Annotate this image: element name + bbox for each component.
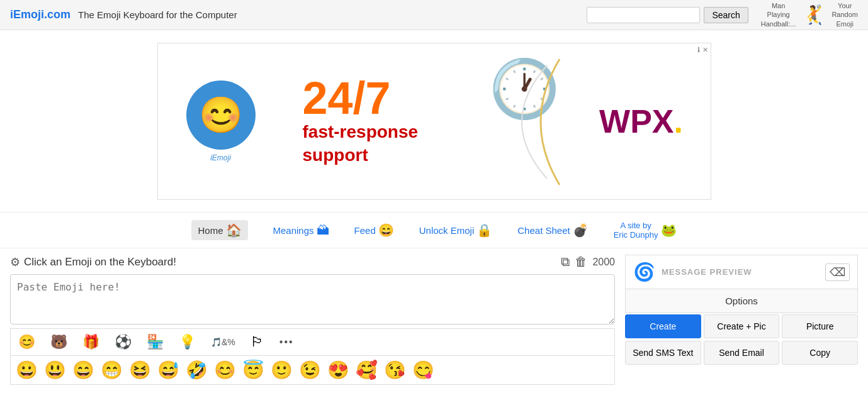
emoji-grid: 😀 😃 😄 😁 😆 😅 🤣 😊 😇 🙂 😉 😍 🥰 😘 😋 [10,355,615,385]
emoji-tab-more[interactable]: ••• [278,335,295,349]
emoji-tab-flags[interactable]: 🏳 [249,333,266,351]
emoji-heart-eyes[interactable]: 😍 [325,358,352,382]
emoji-blush[interactable]: 😊 [211,358,239,382]
nav-siteby-label: A site by Eric Dunphy [614,221,658,240]
emoji-tab-symbols[interactable]: 🎵&% [210,336,237,348]
nav-cheatsheet[interactable]: Cheat Sheet 💣 [517,223,588,238]
send-row: Send SMS Text Send Email Copy [625,341,858,365]
create-pic-button[interactable]: Create + Pic [704,314,780,338]
nav-feed-emoji: 😄 [378,223,394,238]
nav-cheatsheet-label: Cheat Sheet [517,225,570,236]
ad-logo: 😊 iEmoji [158,68,284,175]
copy-button[interactable]: Copy [782,341,858,365]
ad-banner: 😊 iEmoji 24/7 fast-response support 🕐 WP… [0,30,868,213]
emoji-smiling-hearts[interactable]: 🥰 [353,358,380,382]
keyboard-toolbar: ⚙ Click an Emoji on the Keyboard! ⧉ 🗑 20… [10,255,615,269]
tagline: The Emoji Keyboard for the Computer [78,9,237,20]
search-area: Search [587,7,748,23]
ad-wpx-area: WPX. [572,102,711,140]
emoji-laughing[interactable]: 😆 [127,358,154,382]
random-emoji-text: Your Random Emoji [831,1,858,28]
settings-icon[interactable]: ⚙ [10,255,20,269]
nav-cheatsheet-emoji: 💣 [573,223,589,238]
header: iEmoji.com The Emoji Keyboard for the Co… [0,0,868,30]
toolbar-right: ⧉ 🗑 2000 [561,255,615,269]
emoji-tab-animals[interactable]: 🐻 [49,333,69,351]
nav-feed[interactable]: Feed 😄 [354,223,394,238]
nav-feed-label: Feed [354,225,376,236]
nav-home-label: Home [198,225,223,236]
emoji-textarea[interactable] [10,274,615,324]
emoji-tab-smileys[interactable]: 😊 [17,333,37,351]
nav-meanings-label: Meanings [273,225,314,236]
emoji-kissing-heart[interactable]: 😘 [381,358,409,382]
emoji-smiley[interactable]: 😃 [42,358,69,382]
click-instruction: Click an Emoji on the Keyboard! [24,256,561,268]
nav-unlock[interactable]: Unlock Emoji 🔒 [419,223,493,238]
emoji-tab-buildings[interactable]: 🏪 [145,333,165,351]
nav: Home 🏠 Meanings 🏔 Feed 😄 Unlock Emoji 🔒 … [0,213,868,248]
ad-logo-text: iEmoji [210,153,231,162]
emoji-smile[interactable]: 😄 [70,358,97,382]
emoji-tab-objects[interactable]: 💡 [178,333,197,351]
nav-siteby-emoji: 🐸 [661,223,677,238]
send-email-button[interactable]: Send Email [704,341,780,365]
emoji-tabs: 😊 🐻 🎁 ⚽ 🏪 💡 🎵&% 🏳 ••• [10,328,615,355]
emoji-grin[interactable]: 😁 [98,358,125,382]
nav-unlock-emoji: 🔒 [476,223,492,238]
emoji-sweat-smile[interactable]: 😅 [155,358,182,382]
main-content: ⚙ Click an Emoji on the Keyboard! ⧉ 🗑 20… [0,248,868,391]
picture-button[interactable]: Picture [782,314,858,338]
nav-home[interactable]: Home 🏠 [191,220,247,240]
ad-arc [471,53,572,191]
logo-link[interactable]: iEmoji.com [10,8,70,21]
keyboard-area: ⚙ Click an Emoji on the Keyboard! ⧉ 🗑 20… [10,255,615,385]
ad-info-icon[interactable]: ℹ [697,46,700,54]
ad-logo-circle: 😊 [186,80,256,150]
send-sms-button[interactable]: Send SMS Text [625,341,701,365]
ad-info-close: ℹ ✕ [697,46,708,54]
right-panel: 🌀 MESSAGE PREVIEW ⌫ Options Create Creat… [625,255,858,385]
handball-text: Man Playing Handball:... [761,1,796,28]
emoji-tab-gifts[interactable]: 🎁 [81,333,101,351]
backspace-icon[interactable]: ⌫ [825,263,850,281]
ad-wpx-text: WPX. [599,102,683,140]
emoji-innocent[interactable]: 😇 [240,358,267,382]
trash-icon[interactable]: 🗑 [575,255,587,269]
nav-unlock-label: Unlock Emoji [419,225,475,236]
spiral-icon: 🌀 [633,262,655,282]
search-button[interactable]: Search [704,7,748,23]
emoji-grinning[interactable]: 😀 [13,358,40,382]
message-preview-label: MESSAGE PREVIEW [662,267,752,277]
nav-home-emoji: 🏠 [226,223,242,238]
random-emoji-icon: 🤾 [802,4,825,26]
nav-meanings[interactable]: Meanings 🏔 [273,223,329,238]
emoji-slightly-smiling[interactable]: 🙂 [268,358,295,382]
action-row: Create Create + Pic Picture [625,314,858,338]
emoji-tab-sports[interactable]: ⚽ [113,333,133,351]
copy-screen-icon[interactable]: ⧉ [561,255,570,269]
options-button[interactable]: Options [625,289,858,313]
nav-meanings-emoji: 🏔 [317,223,329,238]
ad-inner: 😊 iEmoji 24/7 fast-response support 🕐 WP… [157,43,711,200]
header-right: Man Playing Handball:... 🤾 Your Random E… [761,1,858,28]
char-count: 2000 [592,257,615,268]
search-input[interactable] [587,7,700,23]
emoji-wink[interactable]: 😉 [296,358,324,382]
ad-close-icon[interactable]: ✕ [702,46,708,54]
preview-header: 🌀 MESSAGE PREVIEW ⌫ [625,255,858,289]
emoji-rofl[interactable]: 🤣 [183,358,210,382]
nav-site-by[interactable]: A site by Eric Dunphy 🐸 [614,221,677,240]
emoji-yum[interactable]: 😋 [410,358,437,382]
create-button[interactable]: Create [625,314,701,338]
